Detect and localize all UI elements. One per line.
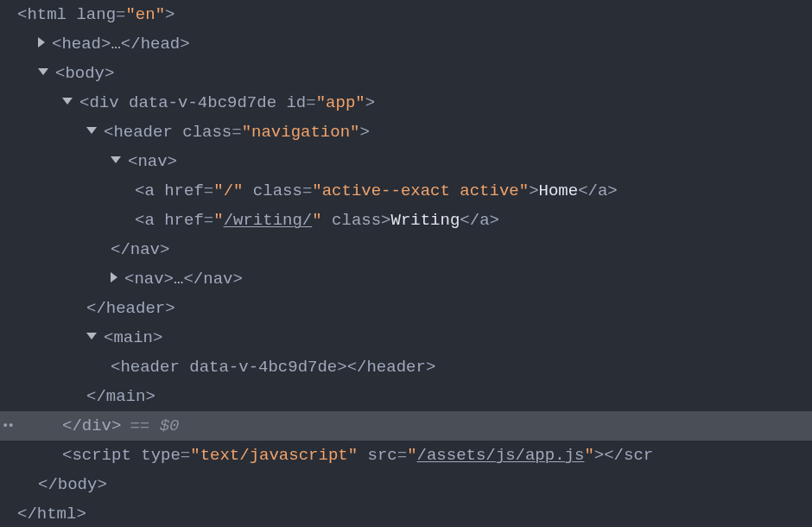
attr-name: href — [164, 181, 204, 200]
dom-node-div-close-selected[interactable]: </div>== $0 — [0, 411, 812, 441]
ellipsis-icon: … — [111, 35, 120, 54]
tag-token: </main> — [86, 387, 155, 406]
tag-token: <head> — [52, 35, 111, 54]
ellipsis-icon: … — [174, 270, 183, 289]
dom-node-body-open[interactable]: <body> — [0, 59, 812, 88]
attr-name: class — [253, 181, 302, 200]
dom-node-main-close[interactable]: </main> — [0, 382, 812, 411]
tag-token: </a> — [578, 181, 618, 200]
tag-token: </head> — [121, 35, 190, 54]
tag-token: </nav> — [111, 240, 169, 259]
tag-token: <a — [135, 211, 155, 230]
tag-token: </a> — [460, 211, 499, 230]
tag-token: <div — [79, 93, 119, 112]
attr-name: lang — [76, 5, 116, 24]
dom-node-anchor-writing[interactable]: <a href="/writing/" class>Writing</a> — [0, 206, 812, 235]
attr-name: type — [141, 446, 181, 465]
attr-name: id — [286, 93, 306, 112]
tag-token: <main> — [104, 328, 162, 347]
tag-token: <header — [104, 123, 173, 142]
disclosure-triangle-down-icon[interactable] — [86, 333, 97, 340]
tag-token: ></header> — [337, 358, 435, 377]
disclosure-triangle-down-icon[interactable] — [38, 68, 48, 75]
tag-token: <nav> — [128, 152, 177, 171]
dom-node-header-close[interactable]: </header> — [0, 294, 812, 323]
console-reference: == $0 — [130, 416, 179, 435]
dom-node-head-collapsed[interactable]: <head>…</head> — [0, 29, 812, 59]
disclosure-triangle-right-icon[interactable] — [38, 37, 45, 48]
dom-node-header-navigation[interactable]: <header class="navigation"> — [0, 117, 812, 147]
dom-node-main-open[interactable]: <main> — [0, 323, 812, 352]
tag-token: <html — [17, 5, 67, 24]
disclosure-triangle-down-icon[interactable] — [62, 98, 73, 105]
dom-node-html-close[interactable]: </html> — [0, 499, 812, 527]
src-link[interactable]: /assets/js/app.js — [417, 446, 585, 465]
tag-token: <body> — [55, 64, 114, 83]
dom-node-nav-close[interactable]: </nav> — [0, 235, 812, 264]
dom-node-nav-collapsed[interactable]: <nav>…</nav> — [0, 264, 812, 294]
attr-name: href — [164, 211, 204, 230]
dom-node-anchor-home[interactable]: <a href="/" class="active--exact active"… — [0, 176, 812, 206]
attr-value: "navigation" — [242, 123, 360, 142]
dom-node-div-app[interactable]: <div data-v-4bc9d7de id="app"> — [0, 88, 812, 117]
attr-value: "text/javascript" — [190, 446, 358, 465]
tag-token: <header — [111, 358, 180, 377]
attr-value: "active--exact active" — [312, 181, 529, 200]
attr-name: data-v-4bc9d7de — [129, 93, 276, 112]
dom-node-body-close[interactable]: </body> — [0, 470, 812, 499]
disclosure-triangle-right-icon[interactable] — [111, 272, 117, 283]
tag-token: </header> — [86, 299, 175, 318]
dom-node-html-open[interactable]: <html lang="en"> — [0, 0, 812, 29]
tag-token: </html> — [17, 505, 86, 524]
disclosure-triangle-down-icon[interactable] — [111, 156, 121, 163]
attr-name: src — [368, 446, 397, 465]
href-link[interactable]: /writing/ — [224, 211, 313, 230]
tag-token: </nav> — [183, 270, 242, 289]
tag-token: ></scr — [594, 446, 653, 465]
tag-token: <nav> — [124, 270, 174, 289]
attr-value: "app" — [316, 93, 365, 112]
attr-name: class — [332, 211, 381, 230]
tag-token: </div> — [62, 416, 121, 435]
attr-value: "/" — [213, 181, 243, 200]
tag-token: </body> — [38, 475, 107, 494]
attr-value: "en" — [125, 5, 165, 24]
attr-name: class — [182, 123, 232, 142]
dom-node-script[interactable]: <script type="text/javascript" src="/ass… — [0, 441, 812, 470]
text-content: Home — [539, 181, 579, 200]
tag-token: <a — [135, 181, 155, 200]
dom-node-nav-open[interactable]: <nav> — [0, 147, 812, 176]
tag-token: > — [165, 5, 174, 24]
tag-token: <script — [62, 446, 131, 465]
disclosure-triangle-down-icon[interactable] — [86, 127, 97, 134]
text-content: Writing — [391, 211, 460, 230]
attr-name: data-v-4bc9d7de — [189, 358, 337, 377]
dom-node-inner-header[interactable]: <header data-v-4bc9d7de></header> — [0, 352, 812, 382]
